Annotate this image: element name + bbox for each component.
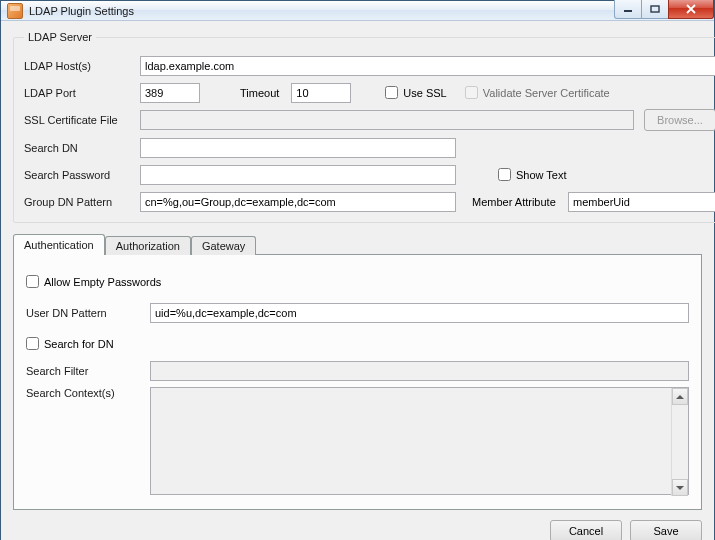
use-ssl-label: Use SSL [403,87,446,99]
use-ssl-input[interactable] [385,86,398,99]
maximize-icon [650,5,660,13]
window: LDAP Plugin Settings LDAP Server LDAP Ho… [0,0,715,540]
svg-rect-0 [624,10,632,12]
search-filter-label: Search Filter [26,365,150,377]
tab-gateway[interactable]: Gateway [191,236,256,255]
show-text-input[interactable] [498,168,511,181]
maximize-button[interactable] [641,0,669,19]
search-for-dn-checkbox[interactable]: Search for DN [26,337,114,350]
titlebar: LDAP Plugin Settings [1,1,714,21]
ldap-port-label: LDAP Port [24,87,140,99]
allow-empty-passwords-checkbox[interactable]: Allow Empty Passwords [26,275,161,288]
tabstrip: Authentication Authorization Gateway [13,233,702,254]
client-area: LDAP Server LDAP Host(s) LDAP Port Timeo… [1,21,714,540]
tab-page-authentication: Allow Empty Passwords User DN Pattern Se… [13,254,702,510]
ldap-host-label: LDAP Host(s) [24,60,140,72]
search-password-label: Search Password [24,169,140,181]
search-contexts-input [150,387,689,495]
search-dn-label: Search DN [24,142,140,154]
validate-cert-checkbox: Validate Server Certificate [465,86,610,99]
validate-cert-input [465,86,478,99]
tab-authorization[interactable]: Authorization [105,236,191,255]
cancel-button[interactable]: Cancel [550,520,622,540]
search-dn-input[interactable] [140,138,456,158]
ssl-cert-input [140,110,634,130]
timeout-label: Timeout [240,87,279,99]
tab-authentication[interactable]: Authentication [13,234,105,255]
window-buttons [615,0,714,20]
chevron-down-icon [676,486,684,490]
ssl-cert-label: SSL Certificate File [24,114,140,126]
svg-rect-1 [651,6,659,12]
member-attr-input[interactable] [568,192,715,212]
ldap-host-input[interactable] [140,56,715,76]
show-text-label: Show Text [516,169,567,181]
validate-cert-label: Validate Server Certificate [483,87,610,99]
use-ssl-checkbox[interactable]: Use SSL [385,86,446,99]
footer: Cancel Save [13,520,702,540]
search-for-dn-label: Search for DN [44,338,114,350]
close-button[interactable] [668,0,714,19]
save-button[interactable]: Save [630,520,702,540]
chevron-up-icon [676,395,684,399]
window-title: LDAP Plugin Settings [29,5,615,17]
group-dn-input[interactable] [140,192,456,212]
scroll-up-button[interactable] [672,388,688,405]
show-text-checkbox[interactable]: Show Text [498,168,567,181]
ldap-server-legend: LDAP Server [24,31,96,43]
browse-button: Browse... [644,109,715,131]
search-for-dn-input[interactable] [26,337,39,350]
allow-empty-passwords-input[interactable] [26,275,39,288]
user-dn-label: User DN Pattern [26,307,150,319]
group-dn-label: Group DN Pattern [24,196,140,208]
search-filter-input [150,361,689,381]
allow-empty-passwords-label: Allow Empty Passwords [44,276,161,288]
app-icon [7,3,23,19]
ldap-port-input[interactable] [140,83,200,103]
member-attr-label: Member Attribute [472,196,568,208]
search-password-input[interactable] [140,165,456,185]
scrollbar [671,388,688,496]
search-contexts-label: Search Context(s) [26,387,150,399]
minimize-icon [623,5,633,13]
tabs: Authentication Authorization Gateway All… [13,233,702,510]
scroll-down-button[interactable] [672,479,688,496]
close-icon [685,4,697,14]
minimize-button[interactable] [614,0,642,19]
timeout-input[interactable] [291,83,351,103]
ldap-server-group: LDAP Server LDAP Host(s) LDAP Port Timeo… [13,31,715,223]
user-dn-input[interactable] [150,303,689,323]
